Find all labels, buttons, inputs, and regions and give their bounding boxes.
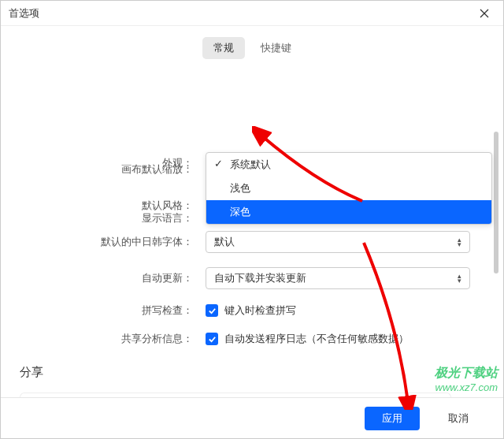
spell-check-checkbox[interactable] <box>206 304 218 317</box>
tab-shortcuts[interactable]: 快捷键 <box>250 37 302 59</box>
auto-update-value: 自动下载并安装更新 <box>214 271 306 285</box>
label-share-analytics: 共享分析信息： <box>1 332 206 346</box>
label-cjk-font: 默认的中日韩字体： <box>1 235 206 249</box>
updown-icon: ▴▾ <box>458 237 461 247</box>
label-auto-update: 自动更新： <box>1 271 206 285</box>
check-icon <box>208 307 217 315</box>
tab-general[interactable]: 常规 <box>202 37 245 59</box>
cancel-button[interactable]: 取消 <box>431 407 486 430</box>
appearance-option-dark[interactable]: 深色 <box>206 200 491 224</box>
label-spell-check: 拼写检查： <box>1 303 206 318</box>
share-analytics-label: 自动发送程序日志（不含任何敏感数据） <box>224 332 409 346</box>
cjk-font-value: 默认 <box>214 235 235 249</box>
cjk-font-select[interactable]: 默认 ▴▾ <box>206 231 470 253</box>
check-icon: ✓ <box>214 158 223 169</box>
close-button[interactable] <box>473 2 495 24</box>
check-icon <box>208 335 217 344</box>
appearance-dropdown[interactable]: ✓ 系统默认 浅色 深色 <box>206 152 492 225</box>
auto-update-select[interactable]: 自动下载并安装更新 ▴▾ <box>206 267 470 289</box>
close-icon <box>480 9 489 18</box>
window-title: 首选项 <box>9 6 39 20</box>
spell-check-label: 键入时检查拼写 <box>224 303 296 318</box>
apply-button[interactable]: 应用 <box>365 407 420 430</box>
appearance-option-light[interactable]: 浅色 <box>206 177 491 200</box>
appearance-option-system[interactable]: ✓ 系统默认 <box>206 153 491 177</box>
label-appearance: 外观： <box>1 152 206 174</box>
share-analytics-checkbox[interactable] <box>206 333 218 345</box>
updown-icon: ▴▾ <box>458 273 461 283</box>
label-language: 显示语言： <box>1 207 206 229</box>
section-share-title: 分享 <box>20 365 470 380</box>
